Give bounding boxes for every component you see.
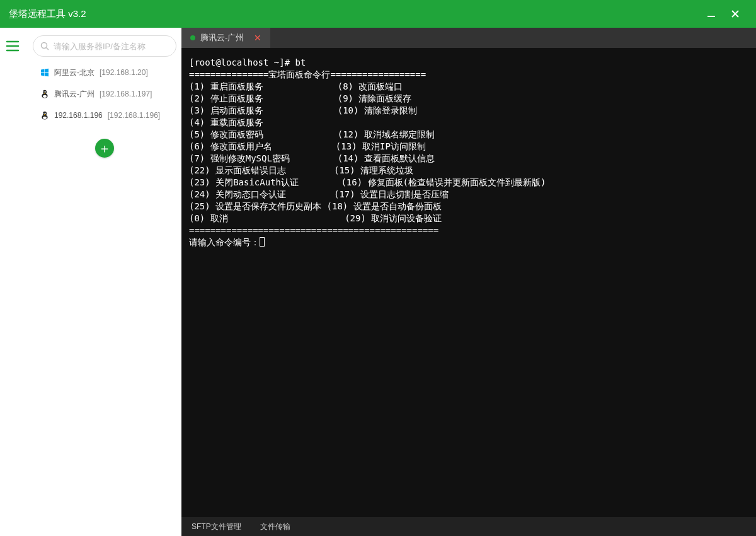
status-dot-icon xyxy=(190,35,195,40)
menu-icon[interactable] xyxy=(6,38,22,54)
titlebar: 堡塔远程工具 v3.2 xyxy=(0,0,756,28)
svg-point-21 xyxy=(45,113,46,114)
add-server-button[interactable]: ＋ xyxy=(95,139,114,158)
server-name: 192.168.1.196 xyxy=(54,111,103,120)
terminal[interactable]: [root@localhost ~]# bt ===============宝塔… xyxy=(181,48,756,517)
search-input[interactable] xyxy=(33,35,176,57)
windows-icon xyxy=(40,68,49,77)
linux-icon xyxy=(40,111,49,120)
server-ip: [192.168.1.197] xyxy=(100,90,152,98)
terminal-cursor xyxy=(260,237,265,247)
close-button[interactable] xyxy=(723,0,747,28)
svg-point-14 xyxy=(45,91,46,92)
footer-sftp[interactable]: SFTP文件管理 xyxy=(192,521,241,532)
server-ip: [192.168.1.20] xyxy=(100,68,148,77)
footer-bar: SFTP文件管理 文件传输 xyxy=(181,517,756,536)
tab-label: 腾讯云-广州 xyxy=(200,32,244,44)
server-item[interactable]: 腾讯云-广州 [192.168.1.197] xyxy=(33,83,176,105)
linux-icon xyxy=(40,90,49,98)
server-ip: [192.168.1.196] xyxy=(108,111,160,120)
svg-point-20 xyxy=(44,113,45,114)
server-name: 腾讯云-广州 xyxy=(54,89,94,100)
content: 腾讯云-广州 ✕ [root@localhost ~]# bt ========… xyxy=(181,28,756,536)
footer-transfer[interactable]: 文件传输 xyxy=(260,521,290,532)
server-item[interactable]: 阿里云-北京 [192.168.1.20] xyxy=(33,62,176,83)
svg-point-13 xyxy=(44,91,45,92)
svg-point-17 xyxy=(43,117,47,119)
svg-point-10 xyxy=(43,95,47,98)
sidebar: 阿里云-北京 [192.168.1.20]腾讯云-广州 [192.168.1.1… xyxy=(28,28,181,536)
minimize-button[interactable] xyxy=(699,0,723,28)
server-list: 阿里云-北京 [192.168.1.20]腾讯云-广州 [192.168.1.1… xyxy=(33,62,176,126)
svg-point-6 xyxy=(42,43,47,49)
tab-active[interactable]: 腾讯云-广州 ✕ xyxy=(181,28,271,48)
left-rail xyxy=(0,28,28,536)
server-name: 阿里云-北京 xyxy=(54,67,94,78)
svg-line-7 xyxy=(47,48,49,50)
search-icon xyxy=(40,42,49,50)
close-tab-icon[interactable]: ✕ xyxy=(251,33,261,43)
server-item[interactable]: 192.168.1.196 [192.168.1.196] xyxy=(33,105,176,126)
tab-bar: 腾讯云-广州 ✕ xyxy=(181,28,756,48)
app-title: 堡塔远程工具 v3.2 xyxy=(9,8,86,20)
